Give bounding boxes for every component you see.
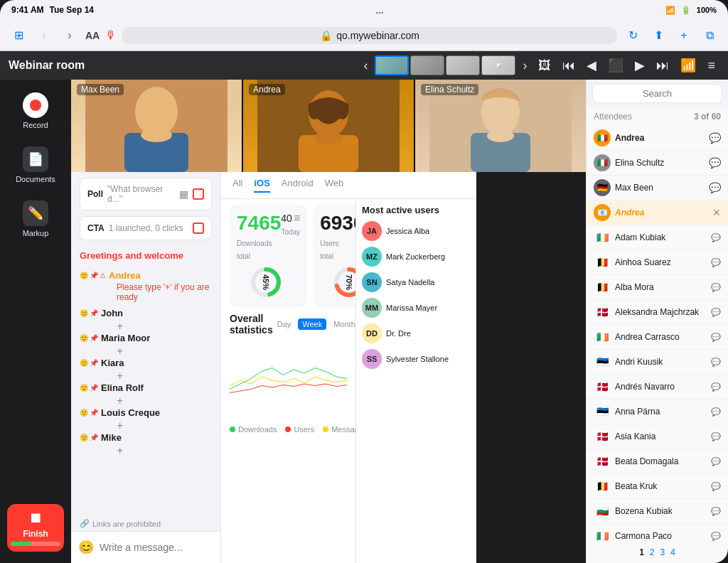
page-2[interactable]: 2 xyxy=(650,547,655,557)
pinned-elina: 🇮🇹 Elina Schultz 💬 xyxy=(587,151,728,176)
menu-btn[interactable]: ≡ xyxy=(703,55,719,76)
attendee-action-icon[interactable]: 💬 xyxy=(711,333,721,342)
video-name-elina: Elina Schultz xyxy=(421,84,478,95)
attendee-action-icon[interactable]: 💬 xyxy=(711,283,721,292)
attendee-action-icon[interactable]: 💬 xyxy=(711,258,721,267)
list-item: 🇩🇰 Aleksandra Majchrzak 💬 xyxy=(587,300,728,325)
sidebar-item-documents[interactable]: 📄 Documents xyxy=(4,139,67,191)
attendee-flag: 🇧🇬 xyxy=(594,503,611,520)
elina-message-icon[interactable]: 💬 xyxy=(709,157,721,168)
attendee-action-icon[interactable]: 💬 xyxy=(711,382,721,392)
app-header: Webinar room ‹ 📊 › 🖼 ⏮ ◀ ⬛ ▶ ⏭ 📶 ≡ xyxy=(0,51,728,80)
pin-icon: 📌 xyxy=(90,409,98,417)
andrea-avatar: 🇮🇹 xyxy=(594,129,611,146)
chevron-left-btn[interactable]: ‹ xyxy=(359,55,372,76)
sidebar-toggle-btn[interactable]: ⊞ xyxy=(9,26,28,45)
attendees-count-num: 3 of 60 xyxy=(694,112,721,122)
page-1[interactable]: 1 xyxy=(639,547,644,557)
chat-input[interactable] xyxy=(100,542,220,553)
poll-checkbox[interactable] xyxy=(193,188,204,200)
play-btn[interactable]: ▶ xyxy=(631,55,649,76)
attendee-name: Beata Domagala xyxy=(615,456,707,466)
forward-btn[interactable]: › xyxy=(60,26,80,45)
msg-icons: 🙂 📌 xyxy=(80,309,98,317)
sidebar-item-record[interactable]: Record xyxy=(4,85,67,136)
downloads-menu[interactable]: ≡ xyxy=(294,212,300,225)
attendee-action-icon[interactable]: 💬 xyxy=(711,233,721,242)
attendee-name: Aleksandra Majchrzak xyxy=(615,307,707,317)
cta-checkbox[interactable] xyxy=(193,222,204,234)
chat-input-area[interactable]: 😊 ➤ xyxy=(71,531,220,563)
back-btn[interactable]: ‹ xyxy=(34,26,54,45)
time-tab-week[interactable]: Week xyxy=(298,318,326,330)
tabs-btn[interactable]: ⧉ xyxy=(700,26,719,45)
time-tab-day[interactable]: Day xyxy=(273,318,296,330)
url-bar[interactable]: 🔒 qo.mywebinar.com xyxy=(122,27,617,44)
skip-start-btn[interactable]: ⏮ xyxy=(558,55,579,76)
attendee-name: Andrea Carrasco xyxy=(615,332,707,342)
signal-btn[interactable]: 📶 xyxy=(676,55,700,76)
andrea-message-icon[interactable]: 💬 xyxy=(709,132,721,144)
active-andrea-avatar: 📧 xyxy=(594,204,611,221)
record-icon xyxy=(23,92,48,118)
attendee-action-icon[interactable]: 💬 xyxy=(711,407,721,417)
max-message-icon[interactable]: 💬 xyxy=(709,182,721,193)
tab-ios[interactable]: iOS xyxy=(254,178,269,193)
emoji-btn[interactable]: 😊 xyxy=(78,540,94,555)
attendee-flag: 🇩🇰 xyxy=(594,304,611,321)
list-item: 🇩🇰 Asia Kania 💬 xyxy=(587,424,728,449)
list-item: 🇪🇪 Anna Pärna 💬 xyxy=(587,400,728,424)
attendee-name: Carmona Paco xyxy=(615,531,707,541)
active-andrea-name: Andrea xyxy=(615,208,708,218)
links-notice-text: Links are prohibited xyxy=(92,520,161,528)
user-name: Jessica Alba xyxy=(386,227,429,235)
user-avatar: MZ xyxy=(362,247,382,267)
refresh-btn[interactable]: ↻ xyxy=(623,26,643,45)
poll-label: Poll xyxy=(87,189,103,199)
attendee-flag: 🇧🇪 xyxy=(594,279,611,296)
thumb-2[interactable] xyxy=(410,55,444,75)
attendee-action-icon[interactable]: 💬 xyxy=(711,308,721,317)
time-tab-month[interactable]: Month xyxy=(329,318,355,330)
url-text: qo.mywebinar.com xyxy=(336,30,419,41)
attendee-name: Anna Pärna xyxy=(615,407,707,417)
skip-end-btn[interactable]: ⏭ xyxy=(652,55,673,76)
elina-name: Elina Schultz xyxy=(615,158,705,168)
text-size-btn[interactable]: AA xyxy=(85,30,100,41)
downloads-label: Downloadstotal xyxy=(237,240,272,260)
attendee-action-icon[interactable]: 💬 xyxy=(711,532,721,541)
chevron-right-btn[interactable]: › xyxy=(518,55,531,76)
user-name: Satya Nadella xyxy=(386,278,435,286)
share-btn[interactable]: ⬆ xyxy=(648,26,668,45)
page-4[interactable]: 4 xyxy=(670,547,675,557)
tab-web[interactable]: Web xyxy=(325,178,344,193)
attendee-action-icon[interactable]: 💬 xyxy=(711,507,721,516)
attendee-action-icon[interactable]: 💬 xyxy=(711,482,721,491)
search-input[interactable] xyxy=(592,84,722,103)
active-andrea-close[interactable]: ✕ xyxy=(712,207,721,218)
active-user-item: SN Satya Nadella xyxy=(362,272,471,292)
list-item: 🇩🇰 Beata Domagala 💬 xyxy=(587,449,728,474)
stop-btn[interactable]: ⬛ xyxy=(604,55,628,76)
thumb-1[interactable] xyxy=(375,55,409,75)
tab-all[interactable]: All xyxy=(232,178,242,193)
bar-chart-icon[interactable]: ▦ xyxy=(179,188,188,200)
thumb-4[interactable]: 📊 xyxy=(481,55,515,75)
attendee-action-icon[interactable]: 💬 xyxy=(711,432,721,441)
links-notice: 🔗 Links are prohibited xyxy=(71,516,220,531)
prev-btn[interactable]: ◀ xyxy=(582,55,601,76)
active-user-item: DD Dr. Dre xyxy=(362,323,471,343)
record-label: Record xyxy=(23,121,48,129)
image-btn[interactable]: 🖼 xyxy=(534,55,555,76)
tab-android[interactable]: Android xyxy=(282,178,314,193)
active-andrea-item: 📧 Andrea ✕ xyxy=(587,200,728,225)
attendee-flag: 🇪🇪 xyxy=(594,403,611,420)
attendee-action-icon[interactable]: 💬 xyxy=(711,358,721,367)
finish-button[interactable]: ⏹ Finish xyxy=(7,504,64,552)
thumb-3[interactable] xyxy=(446,55,480,75)
video-name-max: Max Been xyxy=(77,84,124,95)
attendee-action-icon[interactable]: 💬 xyxy=(711,457,721,466)
add-tab-btn[interactable]: + xyxy=(674,26,694,45)
sidebar-item-markup[interactable]: ✏️ Markup xyxy=(4,193,67,245)
page-3[interactable]: 3 xyxy=(660,547,665,557)
